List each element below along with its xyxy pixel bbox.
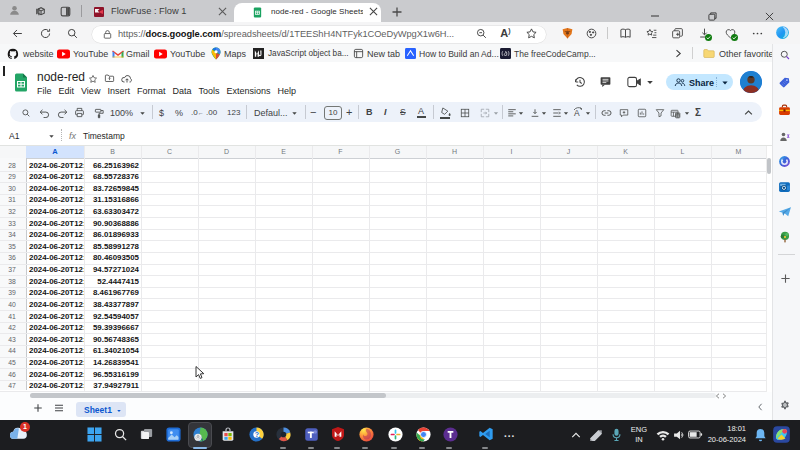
svg-text:?: ? [254, 430, 258, 438]
